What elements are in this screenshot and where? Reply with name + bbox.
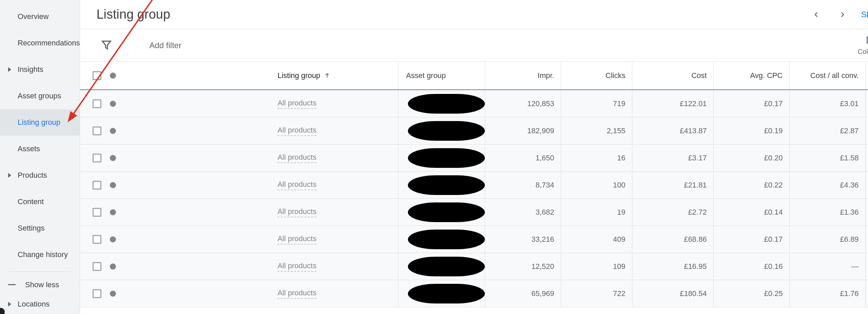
filter-icon[interactable] [101,39,112,51]
chevron-right-icon [8,302,11,307]
row-checkbox[interactable] [93,99,101,108]
sidebar-item-settings[interactable]: Settings [0,215,80,241]
sidebar-item-label: Recommendations [18,39,80,47]
row-checkbox[interactable] [93,126,101,135]
col-header-cost[interactable]: Cost [632,62,713,89]
listing-group-link[interactable]: All products [277,126,316,136]
cell-cost: £68.86 [684,235,707,244]
sidebar-item-asset-groups[interactable]: Asset groups [0,83,80,109]
sidebar-item-assets[interactable]: Assets [0,136,80,162]
sidebar-item-label: Overview [18,12,49,21]
columns-label: Columns [858,48,868,56]
sidebar-item-insights[interactable]: Insights [0,56,80,83]
cell-cost: £122.01 [680,99,707,108]
col-header-avg-cpc[interactable]: Avg. CPC [713,62,789,89]
main-content: Listing group Show last 30 days Add filt… [80,0,868,314]
cell-avg-cpc: £0.17 [764,99,783,108]
show-less-toggle[interactable]: Show less [0,275,80,295]
col-header-conv-rate[interactable]: Conv. rate [865,62,868,89]
chevron-right-icon [8,173,11,178]
sidebar-item-overview[interactable]: Overview [0,3,80,30]
cell-avg-cpc: £0.19 [764,126,783,135]
listing-group-link[interactable]: All products [277,261,316,272]
cell-clicks: 100 [613,181,626,190]
cell-cost: £16.95 [684,262,707,271]
cell-clicks: 2,155 [607,126,625,135]
cell-cost-all-conv: £6.89 [840,235,859,244]
asset-group-redacted [408,202,485,222]
cell-cost: £180.54 [680,289,707,298]
status-dot-icon [110,101,116,107]
select-all-checkbox[interactable] [93,71,101,80]
listing-group-link[interactable]: All products [277,99,316,109]
col-header-cost-all-conv[interactable]: Cost / all conv. [789,62,865,89]
sidebar-item-recommendations[interactable]: Recommendations [0,30,80,56]
cell-clicks: 722 [613,289,626,298]
cell-cost-all-conv: £1.76 [840,289,859,298]
minus-icon [8,284,16,285]
page-header: Listing group Show last 30 days [80,0,868,29]
show-last-30-days-link[interactable]: Show last 30 days [861,10,868,19]
sidebar-item-change-history[interactable]: Change history [0,241,80,268]
add-filter-button[interactable]: Add filter [149,41,181,50]
asset-group-redacted [408,148,485,168]
next-period-button[interactable] [835,8,849,21]
status-dot-icon [110,236,116,242]
cell-cost-all-conv: £1.58 [840,154,859,162]
col-header-listing-group[interactable]: Listing group [121,71,398,80]
listing-group-link[interactable]: All products [277,180,316,190]
show-less-label: Show less [25,280,59,289]
status-dot-icon [110,263,116,270]
chevron-right-icon [8,67,11,72]
asset-group-redacted [408,230,485,249]
row-checkbox[interactable] [93,289,101,298]
row-checkbox[interactable] [93,235,101,244]
prev-period-button[interactable] [810,8,823,21]
col-header-impr[interactable]: Impr. [485,62,561,89]
cell-impr: 120,853 [527,99,554,108]
table-row: All products33,216409£68.86£0.17£6.891.2… [80,226,868,253]
asset-group-redacted [408,284,485,303]
sidebar-item-label: Asset groups [18,92,61,100]
cell-cost: £21.81 [684,181,707,190]
table-row: All products182,9092,155£413.87£0.19£2.8… [80,117,868,144]
cell-avg-cpc: £0.25 [764,289,783,298]
cell-cost-all-conv: £2.87 [840,126,859,135]
table-header-row: Listing group Asset group Impr. Clicks C… [80,62,868,90]
row-checkbox[interactable] [93,262,101,271]
asset-group-redacted [408,94,485,114]
col-header-asset-group[interactable]: Asset group [398,62,485,89]
cell-impr: 12,520 [531,262,554,271]
sidebar-item-listing-group[interactable]: Listing group [0,109,80,136]
col-header-clicks[interactable]: Clicks [561,62,632,89]
cell-clicks: 409 [613,235,626,244]
sidebar-item-locations[interactable]: Locations [0,295,80,314]
cell-cost: £3.17 [688,154,707,162]
table-row: All products65,969722£180.54£0.25£1.768.… [80,280,868,307]
cell-cost-all-conv: £1.36 [840,208,859,217]
row-checkbox[interactable] [93,154,101,162]
columns-button[interactable]: Columns [858,35,868,56]
cell-impr: 65,969 [531,289,554,298]
sidebar-item-label: Change history [18,250,68,259]
asset-group-redacted [408,257,485,276]
listing-group-link[interactable]: All products [277,234,316,244]
cell-avg-cpc: £0.17 [764,235,783,244]
data-table: Listing group Asset group Impr. Clicks C… [80,62,868,314]
row-checkbox[interactable] [93,208,101,217]
listing-group-link[interactable]: All products [277,289,316,299]
sidebar-item-content[interactable]: Content [0,189,80,215]
status-dot-icon [110,209,116,215]
sidebar-item-label: Listing group [18,118,60,127]
sidebar-item-label: Content [18,197,44,206]
cell-clicks: 19 [617,208,625,217]
cell-avg-cpc: £0.20 [764,154,783,162]
page-title: Listing group [96,7,170,22]
listing-group-link[interactable]: All products [277,153,316,163]
row-checkbox[interactable] [93,181,101,190]
sidebar-item-products[interactable]: Products [0,162,80,189]
sidebar-item-label: Settings [18,224,45,233]
status-dot-icon [110,291,116,297]
cell-avg-cpc: £0.22 [764,181,783,190]
listing-group-link[interactable]: All products [277,207,316,217]
